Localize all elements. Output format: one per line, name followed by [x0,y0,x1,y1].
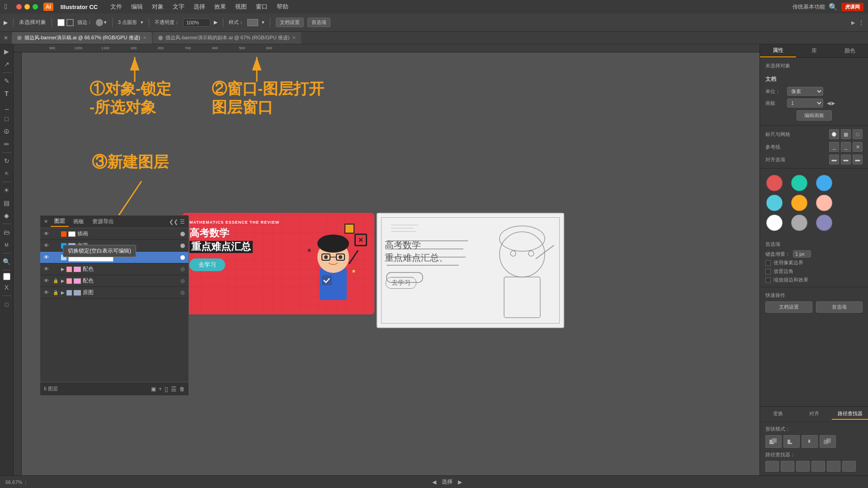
layer-row-4[interactable]: 👁 ▶ 配色 [40,263,189,275]
swatch-red[interactable] [766,175,783,191]
tab-2-close[interactable]: ✕ [292,35,296,40]
rp-align-left-btn[interactable]: ▬ [829,155,839,164]
close-button[interactable] [16,4,22,9]
menu-text[interactable]: 文字 [169,2,188,12]
rp-intersect-btn[interactable] [802,435,818,448]
layers-tab-layers[interactable]: 图层 [51,216,69,227]
layer-6-expand-icon[interactable]: ▶ [61,290,65,295]
rp-guide-h-btn[interactable]: ⎯ [829,142,839,152]
pen-tool[interactable]: ✎ [1,75,12,86]
three-pt-circle-dropdown[interactable]: ▾ [141,19,143,25]
layers-collapse-btn[interactable]: ❮❮ [169,219,178,225]
swatch-gray[interactable] [791,215,807,231]
zoom-tool[interactable]: 🔍 [1,256,12,267]
direct-select-tool[interactable]: ↗ [1,59,12,70]
shape-tool[interactable]: □ [1,113,12,124]
rp-unite-btn[interactable] [765,435,782,448]
layer-4-expand-icon[interactable]: ▶ [61,267,65,272]
rp-scale-checkbox[interactable] [765,277,771,283]
status-prev-btn[interactable]: ◀ [432,479,436,485]
rp-bottom-tab-align[interactable]: 对齐 [796,408,832,420]
rp-qa-preferences-btn[interactable]: 首选项 [816,301,863,313]
text-tool[interactable]: T [1,88,12,99]
rp-align-right-btn[interactable]: ▬ [853,155,863,164]
layer-6-eye-icon[interactable]: 👁 [44,290,50,296]
tab-1-close[interactable]: ✕ [143,35,146,40]
layers-duplicate-btn[interactable]: ▯ [165,385,168,393]
layer-5-expand-icon[interactable]: ▶ [61,278,65,283]
tab-close-all-icon[interactable]: ✕ [4,35,8,41]
selection-tool-icon[interactable]: ▶ [4,19,8,26]
graph-tool[interactable]: ▤ [1,197,12,208]
layer-1-eye-icon[interactable]: 👁 [44,231,50,237]
eyedropper-tool[interactable]: 🗁 [1,227,12,238]
rp-corner-checkbox[interactable] [765,269,771,274]
swatch-cyan[interactable] [766,195,783,211]
search-icon[interactable]: 🔍 [829,3,838,11]
rp-snap-pixel-checkbox[interactable] [765,260,771,266]
rp-bottom-tab-pathfinder[interactable]: 路径查找器 [832,408,868,420]
rp-merge-btn[interactable] [796,461,810,472]
menu-edit[interactable]: 编辑 [127,2,146,12]
style-swatch[interactable] [247,19,258,26]
rp-divide-btn[interactable] [765,461,779,472]
rp-artboard-prev[interactable]: ◀ [827,100,830,106]
layers-panel-close[interactable]: ✕ [44,219,48,225]
menu-object[interactable]: 对象 [148,2,167,12]
preferences-toolbar-btn[interactable]: 首选项 [307,18,330,27]
menu-view[interactable]: 视图 [231,2,250,12]
rp-crop-btn[interactable] [811,461,825,472]
layers-tab-export[interactable]: 资源导出 [89,217,118,226]
toolbar-expand-icon[interactable]: ► [850,19,856,26]
swatch-white[interactable] [766,215,783,231]
rp-bottom-tab-transform[interactable]: 变换 [760,408,796,420]
rp-artboard-select[interactable]: 1 [787,99,823,108]
rp-keyboard-input[interactable] [793,250,811,258]
rp-ruler-btn[interactable]: ⌚ [829,129,839,139]
rp-unit-select[interactable]: 像素 [787,87,823,96]
fill-swatch[interactable] [57,19,65,26]
banner-button[interactable]: 去学习 [189,258,225,271]
doc-settings-toolbar-btn[interactable]: 文档设置 [276,18,304,27]
rp-guide-clear-btn[interactable]: ✕ [853,142,863,152]
status-next-btn[interactable]: ▶ [458,479,462,485]
layers-tab-artboards[interactable]: 画板 [70,217,88,226]
opacity-input[interactable] [183,19,210,27]
layer-row-5[interactable]: 👁 🔒 ▶ 配色 [40,275,189,287]
style-dropdown[interactable]: ▾ [262,19,264,25]
rotate-tool[interactable]: ↻ [1,155,12,166]
select-tool[interactable]: ▶ [1,46,12,57]
rp-outline-btn[interactable] [827,461,840,472]
swatch-orange[interactable] [791,195,807,211]
swatch-blue[interactable] [816,175,832,191]
layers-menu-btn[interactable]: ☰ [180,219,185,225]
canvas-content[interactable]: ①对象-锁定 -所选对象 ②窗口-图层打开 图层窗口 [22,52,760,475]
layers-new-layer-btn[interactable]: + [159,386,162,392]
screen-mode[interactable]: ▢ [1,299,12,310]
stroke-swatch[interactable] [66,19,74,26]
apple-menu[interactable]:  [5,3,7,11]
tab-1[interactable]: 描边风-banner演示稿.ai @ 66.67% (RGB/GPU 推迹) ✕ [12,32,152,44]
fullscreen-button[interactable] [33,4,38,9]
rp-exclude-btn[interactable] [820,435,836,448]
layer-5-eye-icon[interactable]: 👁 [44,278,50,284]
stroke-color-tool[interactable]: X [1,282,12,293]
menu-help[interactable]: 帮助 [273,2,292,12]
rp-tab-color[interactable]: 颜色 [832,44,868,57]
layers-delete-btn[interactable]: 🗑 [179,386,185,392]
layer-2-eye-icon[interactable]: 👁 [44,243,50,249]
layer-row-1[interactable]: 👁 插画 [40,228,189,240]
opacity-right-arrow[interactable]: ▶ [214,19,217,25]
rp-edit-artboard-btn[interactable]: 编辑画板 [797,110,832,121]
warp-tool[interactable]: ☀ [1,185,12,196]
rp-minus-back-btn[interactable] [842,461,856,472]
rp-artboard-next[interactable]: ▶ [831,100,835,106]
rp-grid-btn[interactable]: ▦ [841,129,851,139]
rp-trim-btn[interactable] [781,461,794,472]
line-tool[interactable]: ⎯ [1,101,12,112]
layers-panel-menu-btn[interactable]: ☰ [171,385,177,393]
swatch-purple[interactable] [816,215,832,231]
stroke-field[interactable]: ▾ [96,19,107,26]
menu-effects[interactable]: 效果 [211,2,230,12]
rp-tab-properties[interactable]: 属性 [760,44,796,57]
